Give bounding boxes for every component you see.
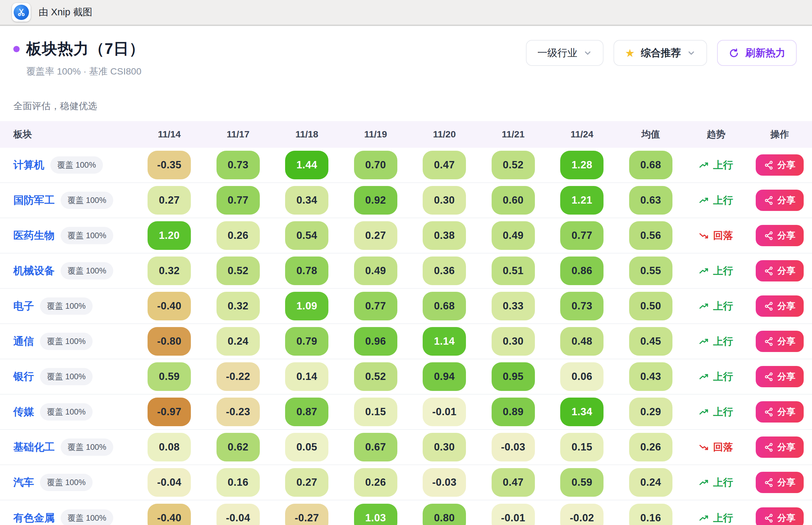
trend-indicator: 回落 bbox=[685, 229, 747, 242]
industry-filter-dropdown[interactable]: 一级行业 bbox=[526, 40, 604, 66]
sector-link[interactable]: 银行 bbox=[13, 370, 34, 384]
page-description: 全面评估，稳健优选 bbox=[13, 100, 797, 112]
trend-indicator: 上行 bbox=[685, 511, 747, 525]
value-cell: 0.59 bbox=[548, 468, 617, 497]
sector-link[interactable]: 基础化工 bbox=[13, 440, 55, 454]
value-cell: 0.67 bbox=[342, 433, 410, 462]
share-button[interactable]: 分享 bbox=[756, 331, 804, 352]
sector-cell: 传媒覆盖 100% bbox=[0, 403, 135, 421]
heat-value: -0.04 bbox=[217, 504, 260, 525]
heat-value: 0.15 bbox=[354, 397, 397, 426]
sector-link[interactable]: 医药生物 bbox=[13, 228, 55, 242]
sector-link[interactable]: 有色金属 bbox=[13, 511, 55, 525]
heat-value: 0.30 bbox=[492, 327, 535, 356]
refresh-button[interactable]: 刷新热力 bbox=[717, 40, 797, 66]
heat-value: 0.55 bbox=[629, 256, 672, 285]
sector-link[interactable]: 机械设备 bbox=[13, 264, 55, 278]
share-button[interactable]: 分享 bbox=[756, 154, 804, 176]
share-button-label: 分享 bbox=[777, 371, 795, 382]
column-header: 均值 bbox=[617, 128, 685, 141]
value-cell: 0.49 bbox=[479, 221, 548, 250]
sector-link[interactable]: 汽车 bbox=[13, 476, 34, 490]
share-button[interactable]: 分享 bbox=[756, 472, 804, 493]
share-icon bbox=[764, 442, 774, 452]
sector-link[interactable]: 电子 bbox=[13, 299, 34, 313]
trend-label: 上行 bbox=[713, 264, 733, 278]
share-button[interactable]: 分享 bbox=[756, 190, 804, 211]
value-cell: 1.20 bbox=[135, 221, 204, 250]
share-icon bbox=[764, 231, 774, 241]
share-icon bbox=[764, 372, 774, 381]
value-cell: 0.16 bbox=[617, 504, 685, 525]
action-cell: 分享 bbox=[747, 296, 812, 317]
recommend-filter-dropdown[interactable]: ★ 综合推荐 bbox=[613, 40, 707, 66]
value-cell: 0.77 bbox=[342, 292, 410, 320]
coverage-badge: 覆盖 100% bbox=[40, 474, 92, 491]
value-cell: 0.62 bbox=[204, 433, 273, 462]
value-cell: 0.77 bbox=[204, 186, 273, 214]
value-cell: 0.56 bbox=[617, 221, 685, 250]
sector-link[interactable]: 通信 bbox=[13, 334, 34, 348]
sector-link[interactable]: 传媒 bbox=[13, 405, 34, 419]
column-header: 趋势 bbox=[685, 128, 747, 141]
value-cell: 0.48 bbox=[548, 327, 617, 356]
trend-up-icon bbox=[699, 266, 709, 276]
share-button[interactable]: 分享 bbox=[756, 366, 804, 387]
heat-value: 0.05 bbox=[285, 433, 329, 462]
heat-value: 0.78 bbox=[285, 256, 329, 285]
sector-cell: 医药生物覆盖 100% bbox=[0, 227, 135, 244]
value-cell: 0.30 bbox=[479, 327, 548, 356]
heat-value: 0.06 bbox=[560, 362, 604, 391]
share-button[interactable]: 分享 bbox=[756, 225, 804, 246]
heat-value: 1.03 bbox=[354, 504, 397, 525]
heat-value: 0.36 bbox=[423, 256, 466, 285]
table-row: 国防军工覆盖 100%0.270.770.340.920.300.601.210… bbox=[0, 183, 812, 218]
sector-link[interactable]: 国防军工 bbox=[13, 193, 55, 207]
column-header: 11/20 bbox=[410, 129, 479, 140]
heat-value: 0.60 bbox=[492, 186, 535, 214]
table-row: 银行覆盖 100%0.59-0.220.140.520.940.950.060.… bbox=[0, 359, 812, 394]
share-button[interactable]: 分享 bbox=[756, 436, 804, 458]
coverage-badge: 覆盖 100% bbox=[61, 262, 113, 280]
value-cell: -0.35 bbox=[135, 151, 204, 179]
value-cell: -0.80 bbox=[135, 327, 204, 356]
heat-value: 0.26 bbox=[354, 468, 397, 497]
heat-value: 0.73 bbox=[217, 151, 260, 179]
trend-indicator: 上行 bbox=[685, 405, 747, 419]
value-cell: 0.96 bbox=[342, 327, 410, 356]
chevron-down-icon bbox=[687, 48, 696, 58]
heat-value: 0.68 bbox=[629, 151, 672, 179]
coverage-badge: 覆盖 100% bbox=[40, 297, 92, 315]
trend-up-icon bbox=[699, 407, 709, 417]
value-cell: -0.04 bbox=[204, 504, 273, 525]
heat-value: 0.48 bbox=[560, 327, 604, 356]
value-cell: 0.52 bbox=[342, 362, 410, 391]
trend-up-icon bbox=[699, 160, 709, 170]
share-button[interactable]: 分享 bbox=[756, 260, 804, 282]
heat-value: -0.03 bbox=[492, 433, 535, 462]
share-button[interactable]: 分享 bbox=[756, 401, 804, 422]
table-row: 医药生物覆盖 100%1.200.260.540.270.380.490.770… bbox=[0, 218, 812, 254]
coverage-badge: 覆盖 100% bbox=[40, 403, 92, 421]
value-cell: -0.23 bbox=[204, 397, 273, 426]
heat-value: 0.54 bbox=[285, 221, 329, 250]
value-cell: 0.79 bbox=[273, 327, 342, 356]
table-row: 通信覆盖 100%-0.800.240.790.961.140.300.480.… bbox=[0, 324, 812, 359]
value-cell: 0.26 bbox=[204, 221, 273, 250]
value-cell: 0.86 bbox=[548, 256, 617, 285]
sector-link[interactable]: 计算机 bbox=[13, 158, 44, 172]
value-cell: 0.29 bbox=[617, 397, 685, 426]
table-row: 汽车覆盖 100%-0.040.160.270.26-0.030.470.590… bbox=[0, 465, 812, 500]
share-button-label: 分享 bbox=[777, 477, 795, 489]
heat-value: 0.94 bbox=[423, 362, 466, 391]
value-cell: 0.14 bbox=[273, 362, 342, 391]
table-row: 基础化工覆盖 100%0.080.620.050.670.30-0.030.15… bbox=[0, 430, 812, 465]
value-cell: 0.63 bbox=[617, 186, 685, 214]
heat-value: 0.26 bbox=[217, 221, 260, 250]
share-button[interactable]: 分享 bbox=[756, 296, 804, 317]
heat-value: -0.40 bbox=[147, 504, 191, 525]
share-button[interactable]: 分享 bbox=[756, 507, 804, 525]
sector-cell: 汽车覆盖 100% bbox=[0, 474, 135, 491]
value-cell: 0.68 bbox=[617, 151, 685, 179]
value-cell: 0.30 bbox=[410, 186, 479, 214]
